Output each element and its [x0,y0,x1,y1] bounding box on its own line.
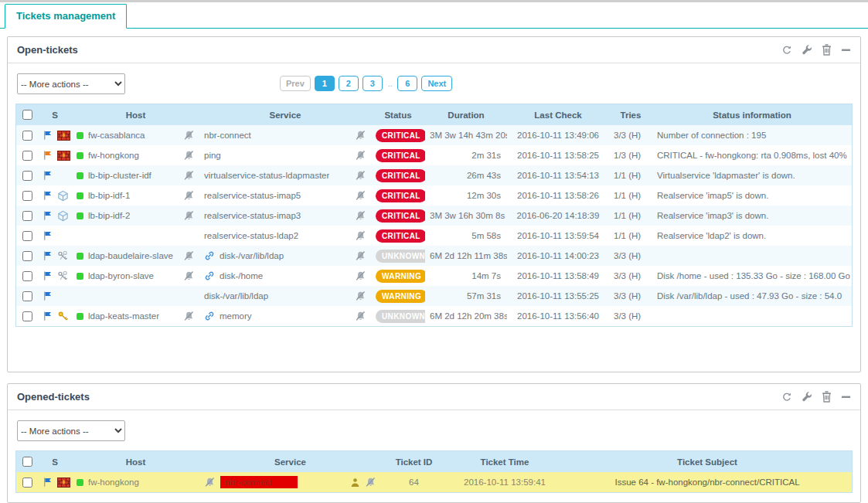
host-name[interactable]: fw-hongkong [88,151,139,160]
open-tickets-tbody: fw-casablanca nbr-connect CRITICAL 3M 3w… [16,125,852,326]
duration-cell: 57m 31s [425,286,507,306]
row-checkbox[interactable] [22,311,32,321]
row-checkbox[interactable] [22,271,32,281]
table-header-row: S Host Service Status Duration Last Chec… [16,104,852,125]
host-status-square [77,132,83,139]
host-name[interactable]: ldap-keats-master [88,311,159,321]
host-name[interactable]: lb-bip-idf-1 [88,191,130,200]
priority-flag-icon[interactable] [43,230,53,241]
page-button-6[interactable]: 6 [397,76,417,91]
select-all-checkbox[interactable] [22,457,32,467]
priority-flag-icon[interactable] [43,130,53,141]
service-mute-bell-icon [355,270,366,282]
host-name[interactable]: lb-bip-idf-2 [88,211,130,220]
column-header-status: Status [371,104,425,125]
panel-actions [781,44,851,56]
row-checkbox[interactable] [22,151,32,161]
wrench-icon[interactable] [802,45,812,56]
host-status-square [77,253,83,260]
priority-flag-icon[interactable] [43,250,53,261]
prev-page-button[interactable]: Prev [280,76,311,91]
service-name[interactable]: nbr-connect [220,476,298,488]
priority-flag-icon[interactable] [43,210,53,221]
service-name[interactable]: virtualservice-status-ldapmaster [204,171,329,180]
table-row: ldap-baudelaire-slave disk-/var/lib/ldap… [16,246,852,266]
service-name[interactable]: memory [220,311,252,321]
column-header-duration: Duration [425,104,507,125]
row-checkbox[interactable] [22,251,32,261]
ticket-id-cell: 64 [381,472,447,492]
host-mute-bell-icon [183,130,195,141]
collapse-icon[interactable] [841,392,851,402]
service-name[interactable]: disk-/home [220,271,263,280]
opened-tickets-panel: Opened-tickets -- More actions -- S Host [7,383,861,503]
more-actions-select[interactable]: -- More actions -- [17,73,125,94]
trash-icon[interactable] [822,391,832,403]
duration-cell: 3M 3w 16h 30m 8s [425,206,507,226]
status-information-cell: Realservice 'imap3' is down. [652,206,852,226]
firewall-icon [57,478,70,488]
priority-flag-icon[interactable] [43,291,53,301]
keys-icon [57,250,69,262]
page-button-3[interactable]: 3 [363,76,383,91]
priority-flag-icon[interactable] [43,270,53,281]
priority-flag-icon[interactable] [43,150,53,161]
host-status-square [77,273,83,280]
page-button-1[interactable]: 1 [315,76,335,91]
column-header-s: S [38,104,72,125]
wrench-icon[interactable] [802,392,812,403]
host-name[interactable]: lb-bip-cluster-idf [88,171,151,180]
column-header-status-information: Status information [652,104,852,125]
host-mute-bell-icon [183,311,195,322]
tab-tickets-management[interactable]: Tickets management [5,4,127,29]
host-name[interactable]: fw-hongkong [88,478,139,487]
status-information-cell: Number of connection : 195 [652,125,852,145]
service-name[interactable]: disk-/var/lib/ldap [220,251,284,260]
status-badge: CRITICAL [376,189,425,202]
row-checkbox[interactable] [22,291,32,301]
collapse-icon[interactable] [841,45,851,55]
row-checkbox[interactable] [22,171,32,181]
last-check-cell: 2016-10-11 13:58:26 [507,185,609,206]
row-checkbox[interactable] [22,191,32,201]
service-name[interactable]: nbr-connect [204,131,251,140]
more-actions-select[interactable]: -- More actions -- [17,420,125,441]
service-link-icon[interactable] [204,250,215,261]
host-status-square [77,192,83,199]
next-page-button[interactable]: Next [421,76,452,91]
priority-flag-icon[interactable] [43,190,53,201]
trash-icon[interactable] [822,44,832,56]
service-name[interactable]: disk-/var/lib/ldap [204,291,268,301]
row-checkbox[interactable] [22,211,32,221]
open-tickets-toolbar: -- More actions -- Prev 1 2 3 .. 6 Next [8,63,860,104]
priority-flag-icon[interactable] [43,477,53,488]
row-checkbox[interactable] [22,478,32,488]
refresh-icon[interactable] [781,392,792,403]
priority-flag-icon[interactable] [43,170,53,181]
service-name[interactable]: ping [204,151,221,160]
host-name[interactable]: ldap-baudelaire-slave [88,251,173,260]
service-name[interactable]: realservice-status-imap3 [204,211,301,220]
last-check-cell: 2016-10-11 13:56:40 [507,306,609,326]
refresh-icon[interactable] [781,45,792,56]
row-checkbox[interactable] [22,231,32,241]
host-mute-bell-icon [183,270,195,282]
service-name[interactable]: realservice-status-imap5 [204,191,301,200]
priority-flag-icon[interactable] [43,311,53,321]
row-checkbox[interactable] [22,131,32,141]
service-link-icon[interactable] [204,270,215,281]
host-name[interactable]: ldap-byron-slave [88,271,154,280]
open-tickets-panel: Open-tickets -- More actions -- Prev 1 2… [7,36,861,372]
host-status-square [77,152,83,159]
service-name[interactable]: realservice-status-ldap2 [204,231,298,240]
table-row: lb-bip-idf-1 realservice-status-imap5 CR… [16,185,852,206]
duration-cell: 14m 7s [425,266,507,286]
assignee-person-icon [350,478,360,488]
panel-empty-space [8,493,860,502]
select-all-checkbox[interactable] [22,110,32,120]
service-link-icon[interactable] [204,311,215,321]
host-name[interactable]: fw-casablanca [88,131,145,140]
keys-icon [57,270,69,282]
page-button-2[interactable]: 2 [339,76,359,91]
column-header-last-check: Last Check [507,104,609,125]
